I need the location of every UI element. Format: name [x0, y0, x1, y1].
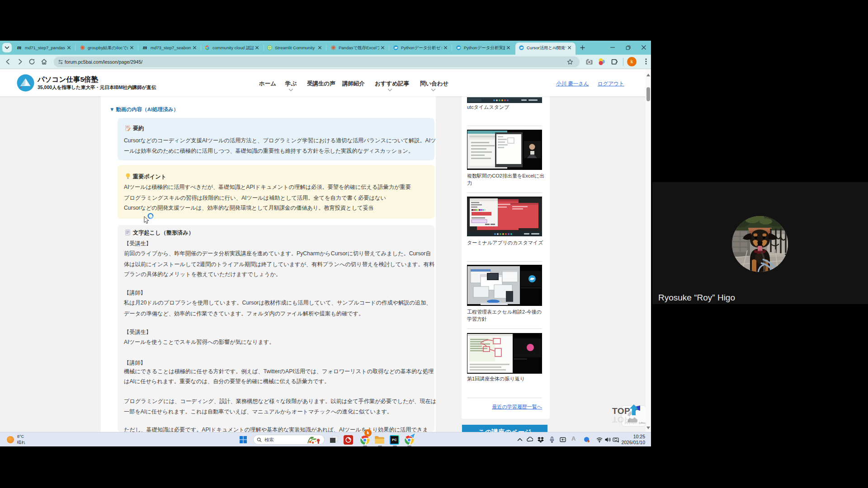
- svg-text:m: m: [143, 45, 147, 50]
- svg-text:m: m: [17, 45, 21, 50]
